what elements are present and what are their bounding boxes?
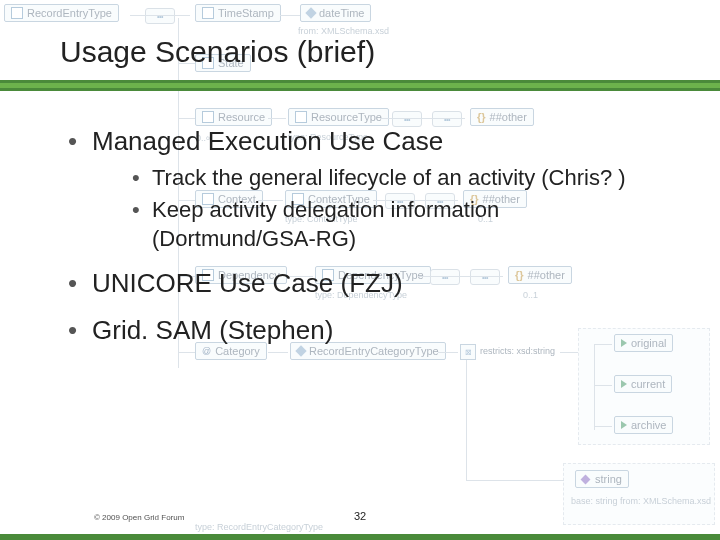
bullet-item: UNICORE Use Case (FZJ) [68, 267, 668, 300]
page-title: Usage Scenarios (brief) [60, 35, 375, 69]
bottom-bar [0, 534, 720, 540]
divider-bar [0, 88, 720, 91]
bullet-item: Grid. SAM (Stephen) [68, 314, 668, 347]
sub-bullet-item: Keep activity delegation information (Do… [132, 196, 668, 253]
bullet-item: Managed Execution Use Case Track the gen… [68, 125, 668, 253]
sub-bullet-item: Track the general lifecycle of an activi… [132, 164, 668, 193]
slide-content: Usage Scenarios (brief) Managed Executio… [0, 0, 720, 540]
content-area: Managed Execution Use Case Track the gen… [68, 125, 668, 360]
page-number: 32 [0, 510, 720, 522]
